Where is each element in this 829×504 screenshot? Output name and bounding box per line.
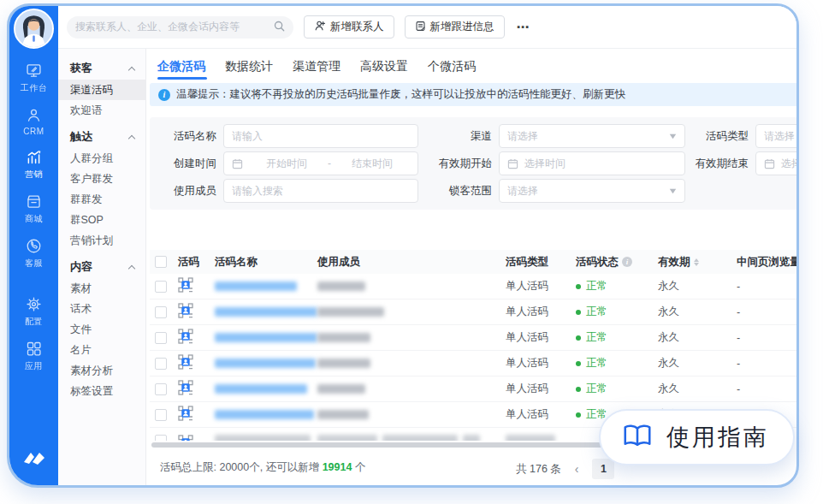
- sidebar-section-触达[interactable]: 触达: [58, 126, 145, 148]
- masked-name-link[interactable]: [215, 333, 317, 342]
- rail-item-label: 营销: [25, 169, 43, 181]
- filter-input-使用成员[interactable]: 请输入搜索: [223, 179, 418, 203]
- calendar-icon: [232, 158, 243, 169]
- qr-code-icon[interactable]: [178, 354, 193, 373]
- filter-input-活码名称[interactable]: 请输入: [223, 124, 418, 148]
- row-checkbox[interactable]: [155, 306, 167, 318]
- tab-渠道管理[interactable]: 渠道管理: [293, 59, 340, 80]
- status-cell: 正常: [576, 305, 658, 319]
- qr-code-icon[interactable]: [178, 406, 193, 424]
- row-checkbox[interactable]: [155, 332, 167, 344]
- monitor-icon: [25, 62, 43, 80]
- left-nav-rail: 工作台CRM营销商城客服配置应用: [9, 6, 58, 485]
- table-row: 单人活码正常永久-: [150, 351, 796, 377]
- avatar[interactable]: [14, 9, 54, 49]
- rail-item-workbench[interactable]: 工作台: [9, 56, 58, 100]
- rail-item-apps[interactable]: 应用: [9, 334, 58, 378]
- rail-item-marketing[interactable]: 营销: [9, 142, 58, 187]
- chevron-down-icon: ▼: [667, 187, 678, 195]
- filter-date-有效期结束[interactable]: 选择时间: [755, 151, 796, 175]
- placeholder: 选择时间: [781, 157, 796, 171]
- qr-code-icon[interactable]: [178, 380, 193, 399]
- rail-item-crm[interactable]: CRM: [9, 100, 58, 142]
- column-validity[interactable]: 有效期: [658, 255, 737, 270]
- tab-高级设置[interactable]: 高级设置: [360, 59, 408, 80]
- pageviews-cell: -: [737, 383, 796, 395]
- filter-select-锁客范围[interactable]: 请选择▼: [499, 179, 685, 203]
- sidebar-section-获客[interactable]: 获客: [58, 57, 145, 80]
- sidebar-section-label: 获客: [70, 61, 92, 76]
- status-cell: 正常: [576, 382, 658, 396]
- sidebar-item-群SOP[interactable]: 群SOP: [58, 210, 145, 230]
- validity-cell: 永久: [658, 279, 737, 294]
- filter-select-活码类型[interactable]: 请选择▼: [755, 124, 796, 148]
- placeholder: 请选择: [507, 184, 538, 199]
- brand-logo: [21, 448, 47, 471]
- qr-code-icon[interactable]: [178, 303, 193, 322]
- row-checkbox[interactable]: [155, 409, 167, 421]
- sidebar-item-素材[interactable]: 素材: [58, 278, 145, 299]
- rail-item-label: 客服: [25, 258, 43, 270]
- sidebar-item-名片[interactable]: 名片: [58, 340, 145, 360]
- more-button[interactable]: ⋯: [517, 20, 530, 35]
- tab-个微活码[interactable]: 个微活码: [428, 59, 476, 80]
- sidebar-item-渠道活码[interactable]: 渠道活码: [58, 80, 145, 100]
- sidebar-item-文件[interactable]: 文件: [58, 319, 145, 340]
- calendar-icon: [764, 158, 775, 169]
- sidebar-item-标签设置[interactable]: 标签设置: [58, 381, 145, 401]
- user-icon: [25, 106, 43, 124]
- table-row: 单人活码正常永久-: [150, 325, 796, 351]
- filter-label-活码类型: 活码类型: [694, 129, 749, 144]
- select-all-checkbox[interactable]: [155, 256, 167, 268]
- info-icon: i: [158, 89, 170, 101]
- rail-item-mall[interactable]: 商城: [9, 187, 58, 231]
- tab-企微活码[interactable]: 企微活码: [157, 59, 205, 80]
- tab-数据统计[interactable]: 数据统计: [225, 59, 273, 80]
- row-checkbox[interactable]: [155, 383, 167, 395]
- qr-code-icon[interactable]: [178, 277, 193, 296]
- filter-date-有效期开始[interactable]: 选择时间: [499, 151, 685, 175]
- row-checkbox[interactable]: [155, 281, 167, 293]
- filter-panel: 活码名称请输入渠道请选择▼活码类型请选择▼创建时间开始时间-结束时间有效期开始选…: [150, 117, 796, 210]
- sidebar-section-内容[interactable]: 内容: [58, 256, 145, 278]
- sidebar-item-客户群发[interactable]: 客户群发: [58, 169, 145, 189]
- sidebar-item-素材分析[interactable]: 素材分析: [58, 360, 145, 381]
- qr-code-icon[interactable]: [178, 329, 193, 347]
- guide-button[interactable]: 使用指南: [599, 409, 795, 465]
- filter-select-渠道[interactable]: 请选择▼: [499, 124, 685, 148]
- global-search-input[interactable]: 搜索联系人、企业、企微会话内容等: [67, 16, 293, 39]
- filter-label-活码名称: 活码名称: [167, 129, 216, 144]
- sidebar-item-群群发[interactable]: 群群发: [58, 189, 145, 210]
- quota-remaining: 19914: [323, 461, 352, 473]
- rail-item-label: 工作台: [21, 82, 48, 94]
- rail-item-config[interactable]: 配置: [9, 289, 58, 334]
- masked-name-link[interactable]: [215, 282, 297, 291]
- status-cell: 正常: [576, 356, 658, 371]
- row-checkbox[interactable]: [155, 435, 167, 441]
- masked-name-link[interactable]: [215, 384, 307, 394]
- filter-daterange-创建时间[interactable]: 开始时间-结束时间: [223, 151, 418, 175]
- status-dot: [576, 284, 581, 289]
- prev-page-button[interactable]: ‹: [575, 462, 579, 476]
- horizontal-scrollbar[interactable]: [151, 442, 663, 448]
- masked-name-link[interactable]: [215, 307, 317, 317]
- add-followup-button[interactable]: 新增跟进信息: [405, 15, 505, 39]
- masked-name-link[interactable]: [215, 410, 314, 419]
- chevron-up-icon: [128, 134, 135, 141]
- masked-member: [317, 359, 370, 368]
- filter-label-锁客范围: 锁客范围: [435, 184, 492, 199]
- sidebar-item-欢迎语[interactable]: 欢迎语: [58, 100, 145, 121]
- page-1-button[interactable]: 1: [592, 459, 614, 479]
- sidebar-item-营销计划[interactable]: 营销计划: [58, 230, 145, 251]
- masked-member: [317, 410, 369, 419]
- sort-icon[interactable]: [694, 258, 699, 266]
- sidebar-item-话术[interactable]: 话术: [58, 299, 145, 319]
- sidebar-item-人群分组[interactable]: 人群分组: [58, 148, 145, 169]
- row-checkbox[interactable]: [155, 358, 167, 370]
- info-icon[interactable]: i: [622, 257, 632, 267]
- add-contact-button[interactable]: 新增联系人: [304, 15, 394, 39]
- chevron-down-icon: ▼: [667, 132, 678, 140]
- masked-name-link[interactable]: [215, 359, 316, 368]
- rail-item-label: CRM: [23, 127, 44, 136]
- rail-item-service[interactable]: 客服: [9, 231, 58, 276]
